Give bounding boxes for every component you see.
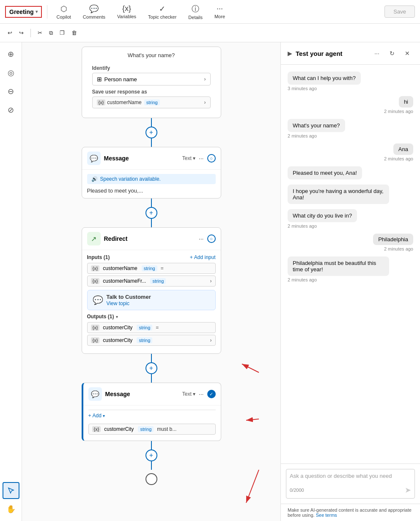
variables-icon: {x} [122,4,131,13]
input-type-1: string [142,265,157,271]
zoom-in-button[interactable]: ⊕ [3,46,19,63]
redirect-check: ○ [207,234,216,243]
msg-bubble: I hope you're having a wonderful day, An… [288,185,389,204]
copy-button[interactable]: ⧉ [47,28,55,38]
outputs-section: Outputs (1) ▾ {x} customerCity string = … [87,314,216,346]
msg-var-suffix: must b... [157,426,176,432]
view-topic-link[interactable]: View topic [107,300,129,306]
type-chevron-icon-2: ▾ [193,391,195,397]
identify-label: Identify [92,65,211,71]
add-node-button-2[interactable]: + [145,207,157,219]
redirect-node-header: ↗ Redirect ··· ○ [82,228,221,250]
paste-button[interactable]: ❐ [57,28,67,38]
message-icon-2: 💬 [88,387,102,401]
outputs-chevron-icon: ▾ [116,314,118,319]
input-from-row-1[interactable]: {x} customerNameFr... string › [87,276,216,287]
identify-chevron-icon: › [204,76,206,82]
redirect-more-button[interactable]: ··· [199,235,204,242]
panel-more-button[interactable]: ··· [371,47,383,59]
msg-var-type: string [138,426,154,432]
chat-container[interactable]: What can I help you with? 3 minutes ago … [281,65,420,463]
chat-message-4: Pleased to meet you, Ana! [288,166,389,179]
input-row-1: {x} customerName string = [87,263,216,274]
output-row-1: {x} customerCity string = [87,322,216,333]
message-node-1-title: Message [104,155,179,162]
save-button[interactable]: Save [384,6,415,18]
message-type-badge-1[interactable]: Text ▾ [182,155,195,161]
undo-button[interactable]: ↩ [5,28,15,38]
chat-message-6: What city do you live in? 2 minutes ago [288,209,389,229]
output-name-1: customerCity [103,325,132,331]
details-icon: ⓘ [192,4,199,14]
redirect-title: Redirect [104,235,195,242]
panel-refresh-button[interactable]: ↻ [386,47,398,59]
text-label-2: Text [182,391,192,397]
panel-close-button[interactable]: ✕ [401,47,413,59]
main-content: ⊕ ◎ ⊖ ⊘ ✋ What's your name? Identify [0,42,420,521]
greeting-button[interactable]: Greeting ▾ [5,6,42,18]
identify-row[interactable]: ⊞ Person name › [92,73,211,85]
greeting-label: Greeting [9,8,34,15]
block-button[interactable]: ⊘ [3,102,19,119]
add-node-button-3[interactable]: + [145,362,157,374]
chat-input-footer: 0/2000 ➤ [290,485,411,495]
input-name-1: customerName [103,265,137,271]
top-toolbar: Greeting ▾ ⬡ Copilot 💬 Comments {x} Vari… [0,0,420,24]
hand-button[interactable]: ✋ [3,501,19,518]
add-label: Add [93,413,102,419]
more-button[interactable]: ··· More [210,3,229,21]
char-count: 0/2000 [290,488,304,493]
target-button[interactable]: ◎ [3,64,19,81]
msg-bubble: What's your name? [288,119,345,132]
redo-button[interactable]: ↪ [16,28,26,38]
details-button[interactable]: ⓘ Details [184,2,207,22]
topic-checker-button[interactable]: ✓ Topic checker [144,3,181,21]
var-row[interactable]: {x} customerName string › [92,96,211,108]
msg-bubble: Philadelphia [373,234,413,245]
add-input-button[interactable]: + Add input [190,254,216,260]
add-node-button-4[interactable]: + [145,449,157,461]
message-icon-1: 💬 [87,152,101,165]
end-node [145,473,157,485]
see-terms-link[interactable]: See terms [316,513,337,518]
message-more-button-1[interactable]: ··· [199,155,204,162]
zoom-out-button[interactable]: ⊖ [3,83,19,100]
node-check-1: ○ [207,154,216,163]
add-icon: + [88,413,91,419]
text-label-1: Text [182,155,192,161]
output-from-row-1[interactable]: {x} customerCity string › [87,335,216,346]
cut-button[interactable]: ✂ [35,28,45,38]
connector-6 [151,374,152,383]
msg-time: 2 minutes ago [384,156,413,161]
add-node-button-1[interactable]: + [145,127,157,138]
toolbar2-separator [30,29,31,37]
output-from-icon: {x} [91,337,100,343]
outputs-header[interactable]: Outputs (1) ▾ [87,314,216,320]
speech-icon: 🔊 [91,176,98,182]
select-button[interactable] [3,482,19,499]
ai-disclaimer: Make sure AI-generated content is accura… [281,504,420,521]
input-from-var-icon: {x} [91,278,100,284]
message-more-button-2[interactable]: ··· [199,391,204,397]
add-content-button[interactable]: + Add ▾ [88,413,105,419]
chat-input-box[interactable]: Ask a question or describe what you need… [286,469,415,499]
variables-label: Variables [117,14,136,19]
send-button[interactable]: ➤ [405,485,411,495]
msg-time: 2 minutes ago [288,277,317,282]
left-sidebar: ⊕ ◎ ⊖ ⊘ ✋ [0,42,22,521]
msg-bubble: What can I help you with? [288,72,361,85]
right-panel: ▶ Test your agent ··· ↻ ✕ What can I hel… [280,42,420,521]
copilot-button[interactable]: ⬡ Copilot [52,3,75,21]
comments-button[interactable]: 💬 Comments [79,3,110,21]
connector-4 [151,219,152,227]
message-type-badge-2[interactable]: Text ▾ [182,391,195,397]
delete-button[interactable]: 🗑 [69,28,80,38]
msg-bubble: What city do you live in? [288,209,357,222]
variables-button[interactable]: {x} Variables [113,3,140,21]
input-from-type-1: string [150,278,166,284]
connector-5 [151,354,152,362]
canvas-area[interactable]: What's your name? Identify ⊞ Person name… [22,42,280,521]
message-node-2-body: + Add ▾ {x} customerCity string must b..… [83,405,221,441]
add-bar: + Add ▾ [88,410,216,421]
input-from-chevron: › [210,278,212,284]
